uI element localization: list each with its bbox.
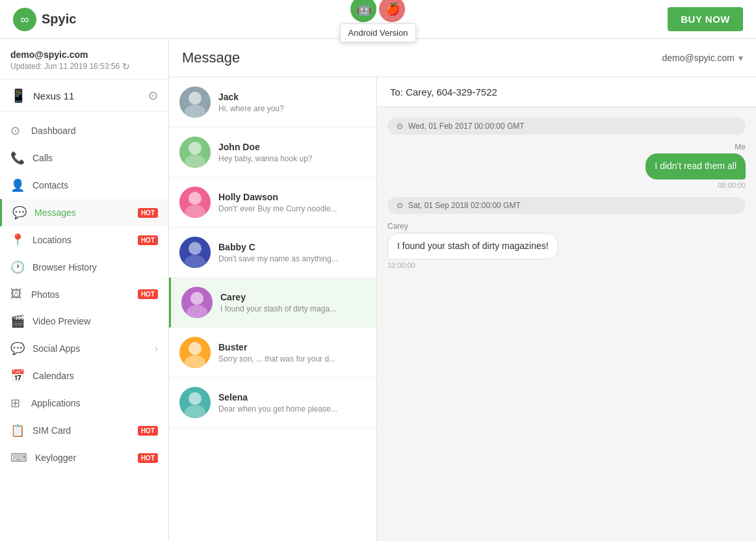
contact-name-selena: Selena <box>218 392 366 402</box>
sidebar-item-contacts[interactable]: 👤 Contacts <box>0 172 168 199</box>
contacts-icon: 👤 <box>10 178 25 192</box>
nav-label-messages: Messages <box>34 207 127 218</box>
sidebar-item-calls[interactable]: 📞 Calls <box>0 144 168 172</box>
avatar-selena <box>179 387 211 418</box>
contact-item-selena[interactable]: Selena Dear when you get home please... <box>169 378 376 428</box>
contact-preview-jack: Hi, where are you? <box>218 104 366 113</box>
calls-icon: 📞 <box>10 151 25 165</box>
sidebar-item-messages[interactable]: 💬 Messages HOT <box>0 199 168 226</box>
nav-label-video-preview: Video Preview <box>33 316 158 326</box>
device-item[interactable]: 📱 Nexus 11 ⊙ <box>0 80 168 112</box>
received-bubble: I found your stash of dirty magazines! <box>387 233 558 260</box>
date-text-1: Wed, 01 Feb 2017 00:00:00 GMT <box>408 122 525 131</box>
sidebar: demo@spyic.com Updated: Jun 11 2019 16:5… <box>0 39 169 541</box>
sidebar-item-dashboard[interactable]: ⊙ Dashboard <box>0 117 168 144</box>
logo-text: Spyic <box>42 12 76 27</box>
nav-label-social-apps: Social Apps <box>33 343 147 354</box>
svg-point-18 <box>189 342 202 355</box>
contact-info-john: John Doe Hey baby, wanna hook up? <box>218 142 366 163</box>
date-divider-1: ⊙ Wed, 01 Feb 2017 00:00:00 GMT <box>387 118 746 135</box>
message-area: Jack Hi, where are you? John Doe Hey bab… <box>169 77 756 541</box>
nav-label-photos: Photos <box>31 289 127 300</box>
sent-time: 08:00:00 <box>718 181 746 189</box>
header: ∞ Spyic 🤖 🍎 Android Version BUY NOW <box>0 0 756 39</box>
keylogger-hot-badge: HOT <box>138 453 158 463</box>
browser-history-icon: 🕐 <box>10 260 25 274</box>
contact-item-buster[interactable]: Buster Sorry son, ... that was for your … <box>169 328 376 378</box>
contact-preview-buster: Sorry son, ... that was for your d... <box>218 354 366 363</box>
sim-card-icon: 📋 <box>10 423 25 438</box>
avatar-babby <box>179 237 211 268</box>
contact-preview-john: Hey baby, wanna hook up? <box>218 154 366 163</box>
contact-info-holly: Holly Dawson Don't' ever Buy me Curry no… <box>218 192 366 213</box>
nav-label-keylogger: Keylogger <box>35 453 127 463</box>
sidebar-email: demo@spyic.com <box>10 49 158 60</box>
locations-hot-badge: HOT <box>138 235 158 245</box>
nav-label-calls: Calls <box>33 153 158 163</box>
calendars-icon: 📅 <box>10 369 25 383</box>
contact-info-buster: Buster Sorry son, ... that was for your … <box>218 342 366 363</box>
messages-hot-badge: HOT <box>138 208 158 218</box>
nav-label-locations: Locations <box>33 235 127 245</box>
contact-item-babby[interactable]: Babby C Don't save my name as anything..… <box>169 228 376 278</box>
avatar-holly <box>179 187 211 218</box>
svg-point-3 <box>189 92 202 105</box>
contact-item-jack[interactable]: Jack Hi, where are you? <box>169 77 376 127</box>
avatar-carey <box>181 287 213 318</box>
contact-item-holly[interactable]: Holly Dawson Don't' ever Buy me Curry no… <box>169 178 376 228</box>
date-text-2: Sat, 01 Sep 2018 02:00:00 GMT <box>408 201 521 210</box>
svg-point-15 <box>190 292 203 305</box>
avatar-john <box>179 137 211 168</box>
sidebar-item-video-preview[interactable]: 🎬 Video Preview <box>0 308 168 335</box>
contact-list: Jack Hi, where are you? John Doe Hey bab… <box>169 77 377 541</box>
sidebar-item-browser-history[interactable]: 🕐 Browser History <box>0 254 168 281</box>
sidebar-item-locations[interactable]: 📍 Locations HOT <box>0 226 168 254</box>
photos-hot-badge: HOT <box>138 289 158 299</box>
svg-point-9 <box>189 192 202 205</box>
sent-label: Me <box>735 142 746 152</box>
contact-preview-carey: I found your stash of dirty maga... <box>220 304 366 313</box>
sidebar-item-calendars[interactable]: 📅 Calendars <box>0 362 168 389</box>
svg-point-12 <box>189 242 202 255</box>
contact-info-babby: Babby C Don't save my name as anything..… <box>218 242 366 263</box>
logo-area: ∞ Spyic <box>13 8 76 31</box>
messages-icon: 💬 <box>12 205 27 220</box>
apple-button[interactable]: 🍎 <box>380 0 406 22</box>
locations-icon: 📍 <box>10 233 25 247</box>
nav-label-calendars: Calendars <box>33 371 158 381</box>
device-item-left: 📱 Nexus 11 <box>10 88 74 103</box>
nav-label-contacts: Contacts <box>33 180 158 191</box>
date-divider-icon-2: ⊙ <box>397 201 403 210</box>
contact-name-jack: Jack <box>218 92 366 102</box>
main-header: Message demo@spyic.com ▾ <box>169 39 756 77</box>
sidebar-item-sim-card[interactable]: 📋 SIM Card HOT <box>0 417 168 444</box>
received-message-row: Carey I found your stash of dirty magazi… <box>387 222 746 270</box>
social-apps-arrow-icon: › <box>155 343 158 354</box>
sidebar-item-keylogger[interactable]: ⌨ Keylogger HOT <box>0 444 168 471</box>
contact-info-jack: Jack Hi, where are you? <box>218 92 366 113</box>
contact-preview-selena: Dear when you get home please... <box>218 404 366 414</box>
main-user-dropdown[interactable]: demo@spyic.com ▾ <box>662 53 743 63</box>
spyic-logo-icon: ∞ <box>13 8 36 31</box>
android-button[interactable]: 🤖 <box>351 0 377 22</box>
buy-now-button[interactable]: BUY NOW <box>668 7 743 31</box>
contact-preview-babby: Don't save my name as anything... <box>218 254 366 263</box>
contact-name-buster: Buster <box>218 342 366 352</box>
chat-panel: To: Carey, 604-329-7522 ⊙ Wed, 01 Feb 20… <box>377 77 756 541</box>
layout: demo@spyic.com Updated: Jun 11 2019 16:5… <box>0 39 756 541</box>
device-chevron-icon: ⊙ <box>148 88 158 103</box>
chat-header: To: Carey, 604-329-7522 <box>377 77 756 107</box>
refresh-icon[interactable]: ↻ <box>122 61 130 72</box>
header-center: 🤖 🍎 Android Version <box>340 0 417 42</box>
sidebar-item-photos[interactable]: 🖼 Photos HOT <box>0 281 168 308</box>
sidebar-item-social-apps[interactable]: 💬 Social Apps › <box>0 335 168 362</box>
sidebar-item-applications[interactable]: ⊞ Applications <box>0 389 168 417</box>
contact-name-babby: Babby C <box>218 242 366 252</box>
contact-item-carey[interactable]: Carey I found your stash of dirty maga..… <box>169 278 376 328</box>
photos-icon: 🖼 <box>10 287 23 301</box>
avatar-jack <box>179 86 211 118</box>
contact-item-john[interactable]: John Doe Hey baby, wanna hook up? <box>169 127 376 178</box>
page-title: Message <box>182 49 240 66</box>
device-name: Nexus 11 <box>33 90 74 101</box>
nav-label-dashboard: Dashboard <box>31 125 158 136</box>
